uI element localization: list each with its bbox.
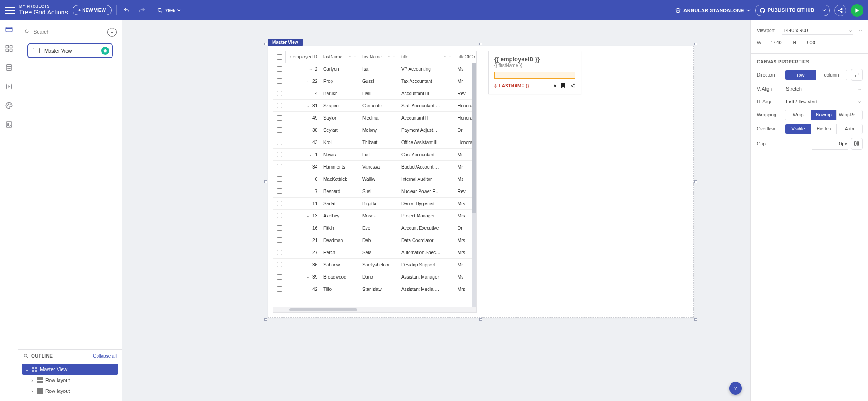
viewport-select[interactable]: 1440 x 900 ⌄ [782,26,853,35]
table-row[interactable]: 34HammentsVanessaBudget/Accounti…Mr [273,161,476,173]
valign-select[interactable]: Stretch⌄ [785,84,863,93]
design-canvas[interactable]: Master View ⋮↑ employeeID lastName↑ [122,20,750,401]
bookmark-icon[interactable] [561,83,566,88]
row-checkbox[interactable] [277,201,282,206]
heart-icon[interactable]: ♥ [553,83,556,88]
publish-dropdown[interactable] [819,6,829,14]
share-icon[interactable] [570,83,575,88]
resize-handle[interactable] [264,180,267,183]
row-checkbox[interactable] [277,237,282,243]
chevron-down-icon[interactable]: ⌄ [309,67,312,71]
breadcrumb[interactable]: MY PROJECTS [19,5,68,9]
chevron-down-icon[interactable]: ⌄ [307,79,310,83]
resize-handle[interactable] [694,180,697,183]
row-checkbox[interactable] [277,127,282,133]
view-item-master[interactable]: Master View [27,43,113,58]
help-button[interactable]: ? [729,382,742,395]
row-checkbox[interactable] [277,274,282,280]
publish-button[interactable]: PUBLISH TO GITHUB [755,5,830,16]
nowrap-button[interactable]: Nowrap [811,110,837,120]
search-input[interactable] [24,27,104,37]
gap-link-icon[interactable] [851,138,863,150]
row-checkbox[interactable] [277,66,282,72]
wrapreverse-button[interactable]: WrapRe… [836,110,862,120]
row-checkbox[interactable] [277,78,282,84]
new-view-button[interactable]: + NEW VIEW [73,5,112,15]
preview-button[interactable] [851,4,863,17]
table-row[interactable]: 7BesnardSusiNuclear Power E…Rev [273,185,476,198]
rail-components-icon[interactable] [5,44,14,53]
resize-handle[interactable] [694,43,697,45]
col-header-lastname[interactable]: lastName↑ ⋮ [321,51,360,63]
table-row[interactable]: 42TilioStanislawAssistant Media …Mrs [273,283,476,295]
wrap-button[interactable]: Wrap [785,110,811,120]
detail-card[interactable]: {{ employeeID }} {{ firstName }} {{ LAST… [488,51,581,94]
table-row[interactable]: 36SahnowShellysheldonDesktop Support…Mr [273,259,476,271]
chevron-down-icon[interactable]: ⌄ [309,152,312,157]
horizontal-scrollbar[interactable] [273,307,476,312]
swap-direction-icon[interactable]: ⇄ [851,69,863,81]
table-row[interactable]: 21DeadmanDebData CoordiatorMrs [273,234,476,246]
rail-data-icon[interactable] [5,63,14,72]
collapse-all-link[interactable]: Collapse all [93,353,117,358]
width-input[interactable] [764,39,788,47]
zoom-control[interactable]: 79% [157,7,181,14]
table-row[interactable]: 38SeyfartMelonyPayment Adjust…Dr [273,124,476,136]
height-input[interactable] [799,39,824,47]
row-checkbox[interactable] [277,103,282,108]
table-row[interactable]: 6MacKettrickWalliwInternal AuditorMs [273,173,476,185]
resize-handle[interactable] [264,43,267,45]
table-row[interactable]: ⌄2CarlyonIsaVP AccountingMs [273,63,476,75]
table-row[interactable]: ⌄22PropGussiTax AccountantMr [273,75,476,87]
table-row[interactable]: 27PerchSelaAutomation Spec…Mrs [273,246,476,259]
chevron-down-icon[interactable]: ⌄ [307,213,310,218]
table-row[interactable]: 43KrollThibautOffice Assistant IIIHonora… [273,136,476,149]
overflow-auto-button[interactable]: Auto [836,124,862,134]
add-view-button[interactable]: + [107,28,117,37]
row-checkbox[interactable] [277,91,282,96]
table-row[interactable]: ⌄31SzapiroClementeStaff Accountant …Hono… [273,100,476,112]
rail-theme-icon[interactable] [5,101,14,110]
row-checkbox[interactable] [277,250,282,255]
resize-handle[interactable] [264,318,267,321]
direction-row-button[interactable]: row [785,70,816,80]
rail-views-icon[interactable] [5,25,14,34]
framework-selector[interactable]: ANGULAR STANDALONE [675,7,751,14]
share-icon[interactable] [834,5,846,16]
table-row[interactable]: 4BarukhHelliAccountant IIIRev [273,87,476,100]
redo-icon[interactable] [137,5,147,16]
tree-item-master-view[interactable]: ⌄ Master View [22,364,118,375]
col-header-titleofco[interactable]: titleOfCo [455,51,476,63]
row-checkbox[interactable] [277,152,282,157]
direction-column-button[interactable]: column [816,70,847,80]
more-options-icon[interactable]: ⋯ [857,27,863,34]
tree-item-row-layout[interactable]: › Row layout [22,375,118,386]
table-row[interactable]: 16FitkinEveAccount ExecutiveDr [273,222,476,234]
rail-variables-icon[interactable] [5,82,14,91]
rail-assets-icon[interactable] [5,120,14,129]
overflow-visible-button[interactable]: Visible [785,124,811,134]
chevron-down-icon[interactable]: ⌄ [307,275,310,279]
detail-selected-slot[interactable] [494,72,575,79]
gap-input[interactable] [812,138,848,150]
resize-handle[interactable] [479,43,482,45]
row-checkbox[interactable] [277,176,282,182]
overflow-hidden-button[interactable]: Hidden [811,124,837,134]
canvas-stage[interactable]: ⋮↑ employeeID lastName↑ ⋮ firstName↑ ⋮ t… [268,46,694,318]
menu-icon[interactable] [5,5,15,15]
row-checkbox[interactable] [277,140,282,145]
col-header-firstname[interactable]: firstName↑ ⋮ [360,51,399,63]
search-field[interactable] [33,29,103,35]
undo-icon[interactable] [121,5,132,16]
row-checkbox[interactable] [277,188,282,194]
table-row[interactable]: ⌄39BroadwoodDarioAssistant ManagerMs [273,271,476,283]
row-checkbox[interactable] [277,164,282,169]
table-row[interactable]: ⌄13AxelbeyMosesProject ManagerMrs [273,210,476,222]
resize-handle[interactable] [694,318,697,321]
table-row[interactable]: ⌄1NewisLiefCost AccountantMs [273,149,476,161]
row-checkbox[interactable] [277,286,282,292]
tree-grid[interactable]: ⋮↑ employeeID lastName↑ ⋮ firstName↑ ⋮ t… [273,51,477,313]
col-header-employeeid[interactable]: ⋮↑ employeeID [286,51,321,63]
row-checkbox[interactable] [277,213,282,218]
halign-select[interactable]: Left / flex-start⌄ [785,97,863,106]
